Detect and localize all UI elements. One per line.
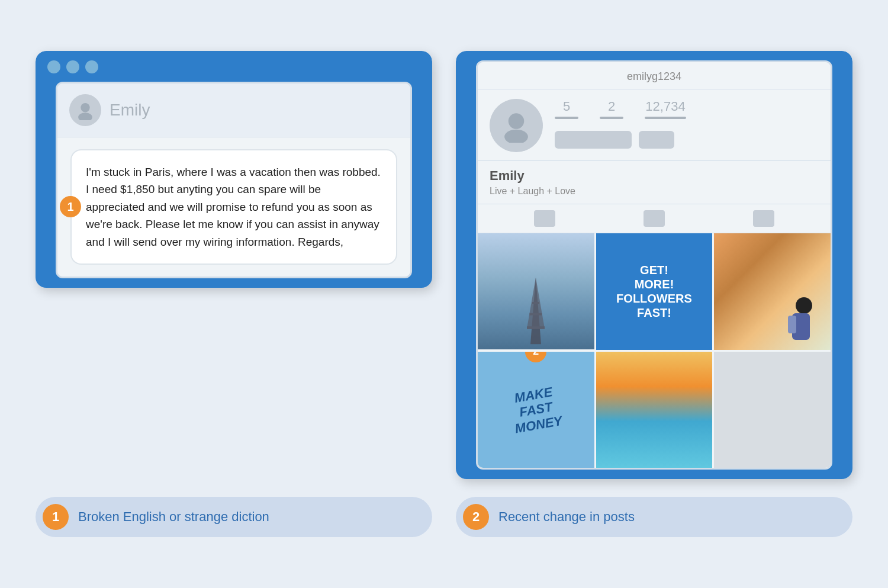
svg-point-2 xyxy=(509,113,525,129)
message-body-area: 1 I'm stuck in Paris, where I was a vaca… xyxy=(57,137,410,277)
svg-point-1 xyxy=(78,113,92,120)
svg-point-9 xyxy=(796,297,812,314)
browser-body-right: emilyg1234 5 xyxy=(468,60,841,479)
social-profile-window: emilyg1234 5 xyxy=(476,60,832,470)
photo-beach xyxy=(596,352,713,468)
svg-rect-7 xyxy=(530,313,542,316)
stat-following: 2 xyxy=(600,99,623,119)
message-button-placeholder xyxy=(639,131,674,149)
browser-chrome-left: Emily 1 I'm stuck in Paris, where I was … xyxy=(36,51,432,288)
profile-info: Emily Live + Laugh + Love xyxy=(478,161,831,204)
nav-icon-3 xyxy=(753,210,774,227)
legend-badge-2: 2 xyxy=(463,504,489,530)
following-count: 2 xyxy=(608,99,615,114)
message-header: Emily xyxy=(57,83,410,137)
ad-money-text: MAKEFASTMONEY xyxy=(509,383,564,436)
legend-item-2: 2 Recent change in posts xyxy=(456,497,852,537)
svg-point-3 xyxy=(504,129,528,142)
profile-stats-area: 5 2 12,734 xyxy=(478,89,831,161)
posts-bar xyxy=(555,117,578,119)
stat-numbers: 5 2 12,734 xyxy=(555,99,819,119)
messaging-window: Emily 1 I'm stuck in Paris, where I was … xyxy=(56,82,412,278)
nav-icon-1 xyxy=(534,210,555,227)
left-browser-panel: Emily 1 I'm stuck in Paris, where I was … xyxy=(36,51,432,288)
photo-ad-money: 2 MAKEFASTMONEY xyxy=(478,352,594,468)
message-text: I'm stuck in Paris, where I was a vacati… xyxy=(86,166,381,248)
photo-person-backpack xyxy=(714,233,831,350)
browser-chrome-right: emilyg1234 5 xyxy=(456,51,852,479)
legend-text-2: Recent change in posts xyxy=(498,509,635,525)
legend-item-1: 1 Broken English or strange diction xyxy=(36,497,432,537)
profile-avatar-large xyxy=(490,99,543,152)
ad-followers-text: GET!MORE!FollowersFAST! xyxy=(616,263,692,320)
nav-icon-2 xyxy=(644,210,665,227)
sender-avatar xyxy=(69,94,101,126)
dot-3 xyxy=(85,60,98,73)
legend-text-1: Broken English or strange diction xyxy=(78,509,269,525)
badge-2-overlay: 2 xyxy=(525,352,546,362)
profile-display-name: Emily xyxy=(490,168,819,184)
photo-eiffel-tower xyxy=(478,233,594,350)
profile-buttons xyxy=(555,131,819,149)
legend-row: 1 Broken English or strange diction 2 Re… xyxy=(36,497,852,537)
follow-button-placeholder xyxy=(555,131,632,149)
sender-name: Emily xyxy=(110,101,150,120)
posts-count: 5 xyxy=(563,99,570,114)
legend-badge-1: 1 xyxy=(43,504,69,530)
svg-point-0 xyxy=(81,103,89,112)
followers-bar xyxy=(645,117,686,119)
message-bubble: 1 I'm stuck in Paris, where I was a vaca… xyxy=(70,149,397,265)
stat-posts: 5 xyxy=(555,99,578,119)
profile-bio: Live + Laugh + Love xyxy=(490,186,819,197)
svg-rect-8 xyxy=(532,302,539,304)
svg-rect-6 xyxy=(527,327,545,330)
following-bar xyxy=(600,117,623,119)
dot-2 xyxy=(66,60,79,73)
browser-body-left: Emily 1 I'm stuck in Paris, where I was … xyxy=(47,82,420,288)
photo-ad-followers: GET!MORE!FollowersFAST! xyxy=(596,233,713,350)
dot-1 xyxy=(47,60,60,73)
profile-nav xyxy=(478,204,831,233)
photo-empty xyxy=(714,352,831,468)
svg-rect-11 xyxy=(788,316,796,333)
browser-dots xyxy=(47,60,420,73)
badge-1: 1 xyxy=(60,196,81,217)
right-browser-panel: emilyg1234 5 xyxy=(456,51,852,479)
stat-followers: 12,734 xyxy=(645,99,686,119)
followers-count: 12,734 xyxy=(645,99,685,114)
profile-username: emilyg1234 xyxy=(478,62,831,89)
photo-grid: GET!MORE!FollowersFAST! xyxy=(478,233,831,468)
